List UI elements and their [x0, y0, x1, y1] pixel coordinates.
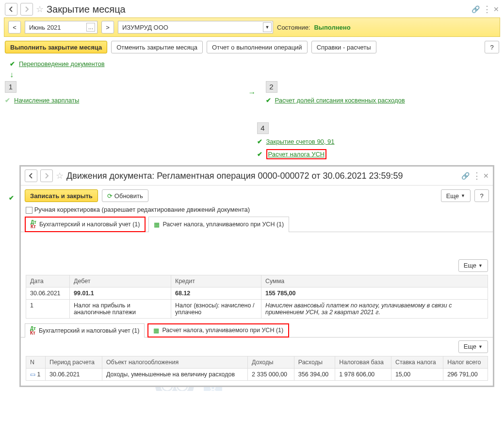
- dtkt-icon: ДтКт: [31, 220, 36, 229]
- inner-nav-back[interactable]: [25, 169, 37, 182]
- tab-usn-calc[interactable]: ▦ Расчет налога, уплачиваемого при УСН (…: [148, 217, 289, 232]
- arrow-down-icon: ↓: [0, 70, 504, 79]
- col-tax: Налог всего: [443, 356, 488, 368]
- col-n: N: [26, 356, 46, 368]
- check-icon: ✔: [9, 194, 14, 202]
- period-picker-icon[interactable]: …: [86, 23, 95, 32]
- more-button[interactable]: Еще▼: [441, 189, 471, 202]
- link-icon[interactable]: 🔗: [461, 172, 470, 180]
- period-prev[interactable]: <: [8, 21, 21, 34]
- card-icon: ▭: [30, 371, 35, 378]
- grid-icon: ▦: [154, 221, 160, 228]
- step-4-badge: 4: [257, 122, 269, 134]
- close-icon[interactable]: ✕: [483, 172, 489, 180]
- refresh-icon: ⟳: [107, 192, 113, 200]
- close-accounts-link[interactable]: Закрытие счетов 90, 91: [266, 138, 335, 145]
- table-row[interactable]: 1 Налог на прибыль и аналогичные платежи…: [26, 299, 488, 318]
- check-icon: ✔: [10, 60, 15, 68]
- manual-label: Ручная корректировка (разрешает редактир…: [34, 206, 250, 213]
- col-base: Налоговая база: [335, 356, 391, 368]
- tab-accounting[interactable]: ДтКт Бухгалтерский и налоговый учет (1): [25, 323, 145, 338]
- col-period: Период расчета: [46, 356, 102, 368]
- help-button[interactable]: ?: [485, 41, 499, 53]
- cancel-close-button[interactable]: Отменить закрытие месяца: [111, 41, 203, 53]
- col-rate: Ставка налога: [391, 356, 443, 368]
- refs-button[interactable]: Справки - расчеты: [311, 41, 376, 53]
- kebab-icon[interactable]: ⋮: [472, 170, 480, 181]
- state-label: Состояние:: [277, 24, 310, 31]
- star-icon[interactable]: ☆: [56, 170, 64, 181]
- help-button[interactable]: ?: [474, 189, 489, 202]
- grid-icon: ▦: [153, 327, 159, 334]
- check-icon: ✔: [257, 151, 262, 158]
- state-value: Выполнено: [314, 24, 350, 31]
- period-input[interactable]: Июнь 2021 …: [25, 21, 98, 34]
- save-close-button[interactable]: Записать и закрыть: [25, 189, 98, 202]
- col-income: Доходы: [248, 356, 294, 368]
- step-1-badge: 1: [5, 81, 16, 93]
- check-icon: ✔: [266, 97, 271, 104]
- kebab-icon[interactable]: ⋮: [483, 4, 490, 15]
- refresh-button[interactable]: ⟳ Обновить: [102, 189, 148, 202]
- more-button[interactable]: Еще▼: [458, 340, 488, 353]
- tab-usn-calc[interactable]: ▦ Расчет налога, уплачиваемого при УСН (…: [147, 323, 289, 338]
- usn-tax-link[interactable]: Расчет налога УСН: [268, 151, 325, 158]
- star-icon[interactable]: ☆: [36, 4, 44, 15]
- table-row[interactable]: 30.06.2021 99.01.1 68.12 155 785,00: [26, 287, 488, 299]
- manual-checkbox[interactable]: [26, 207, 33, 214]
- link-icon[interactable]: 🔗: [471, 5, 480, 13]
- nav-back[interactable]: [5, 3, 17, 16]
- indirect-link[interactable]: Расчет долей списания косвенных расходов: [275, 97, 405, 104]
- arrow-right-icon: →: [248, 88, 256, 97]
- salary-link[interactable]: Начисление зарплаты: [14, 97, 79, 104]
- more-button[interactable]: Еще▼: [458, 259, 488, 272]
- accounting-table: Дата Дебет Кредит Сумма 30.06.2021 99.01…: [26, 275, 488, 319]
- period-bar: < Июнь 2021 … > ИЗУМРУД ООО ▼ Состояние:…: [4, 17, 500, 37]
- inner-nav-fwd[interactable]: [40, 169, 53, 182]
- dtkt-icon: ДтКт: [30, 326, 36, 335]
- step-2-badge: 2: [266, 81, 277, 93]
- page-title: Закрытие месяца: [47, 4, 126, 15]
- org-dropdown-icon[interactable]: ▼: [263, 22, 272, 32]
- tab-accounting[interactable]: ДтКт Бухгалтерский и налоговый учет (1): [25, 217, 146, 232]
- nav-fwd[interactable]: [20, 3, 33, 16]
- report-button[interactable]: Отчет о выполнении операций: [207, 41, 308, 53]
- inner-title: Движения документа: Регламентная операци…: [66, 171, 403, 181]
- run-close-button[interactable]: Выполнить закрытие месяца: [5, 41, 107, 53]
- col-credit: Кредит: [171, 275, 261, 287]
- col-object: Объект налогообложения: [102, 356, 247, 368]
- col-sum: Сумма: [261, 275, 488, 287]
- col-expense: Расходы: [294, 356, 335, 368]
- check-icon: ✔: [5, 97, 10, 104]
- table-row[interactable]: ▭ 1 30.06.2021 Доходы, уменьшенные на ве…: [26, 368, 488, 380]
- org-input[interactable]: ИЗУМРУД ООО ▼: [118, 21, 273, 34]
- usn-table: N Период расчета Объект налогообложения …: [26, 356, 488, 381]
- org-value: ИЗУМРУД ООО: [122, 24, 168, 31]
- col-debit: Дебет: [70, 275, 171, 287]
- movements-window: ☆ Движения документа: Регламентная опера…: [19, 165, 494, 387]
- period-value: Июнь 2021: [29, 24, 61, 31]
- recalc-link[interactable]: Перепроведение документов: [19, 60, 105, 68]
- period-next[interactable]: >: [101, 21, 114, 34]
- col-date: Дата: [26, 275, 70, 287]
- close-icon[interactable]: ✕: [493, 5, 499, 13]
- check-icon: ✔: [257, 138, 262, 145]
